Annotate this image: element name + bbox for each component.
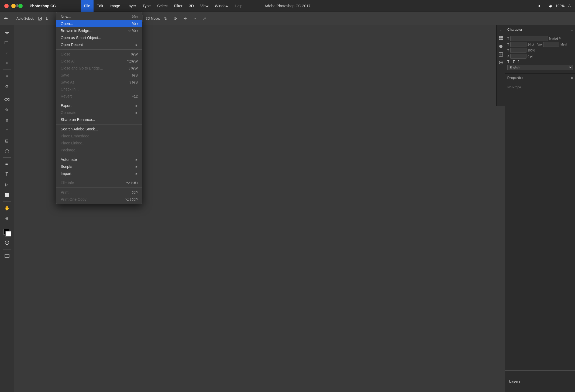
file-menu-import[interactable]: Import [56, 170, 142, 177]
file-menu-browse-label: Browse in Bridge... [61, 29, 92, 33]
file-menu-save-label: Save [61, 73, 69, 77]
separator-4 [56, 155, 142, 155]
file-menu-check-in-label: Check In... [61, 87, 79, 91]
separator-2 [56, 101, 142, 101]
file-menu-automate-label: Automate [61, 157, 77, 162]
file-menu-close-bridge-label: Close and Go to Bridge... [61, 66, 103, 70]
file-menu-file-info: File Info... ⌥⇧⌘I [56, 179, 142, 186]
file-menu-search-stock[interactable]: Search Adobe Stock... [56, 126, 142, 133]
file-menu-scripts-label: Scripts [61, 164, 72, 169]
file-menu-browse-shortcut: ⌥⌘O [128, 29, 138, 33]
file-menu-place-linked-label: Place Linked... [61, 141, 85, 145]
file-menu-save: Save ⌘S [56, 72, 142, 79]
file-menu-open-label: Open... [61, 22, 73, 26]
file-menu-save-as-label: Save As... [61, 80, 78, 84]
file-menu-place-embedded-label: Place Embedded... [61, 134, 92, 138]
file-menu-print: Print... ⌘P [56, 189, 142, 196]
file-menu-close-label: Close [61, 52, 70, 56]
file-menu-generate: Generate [56, 109, 142, 116]
file-menu-file-info-shortcut: ⌥⇧⌘I [126, 181, 138, 185]
file-menu-share-behance[interactable]: Share on Behance... [56, 116, 142, 123]
file-menu-package-label: Package... [61, 148, 78, 152]
file-menu-close-all-shortcut: ⌥⌘W [127, 59, 138, 63]
file-menu-search-stock-label: Search Adobe Stock... [61, 127, 98, 131]
automate-arrow [136, 158, 138, 161]
import-arrow [136, 172, 138, 175]
file-menu-open-recent-label: Open Recent [61, 43, 83, 47]
file-menu-print-one: Print One Copy ⌥⇧⌘P [56, 196, 142, 203]
file-menu-print-one-label: Print One Copy [61, 197, 87, 202]
separator-5 [56, 178, 142, 178]
file-menu-new[interactable]: New... ⌘N [56, 13, 142, 20]
file-menu-import-label: Import [61, 171, 71, 176]
file-menu-close-all: Close All ⌥⌘W [56, 58, 142, 65]
separator-3 [56, 124, 142, 124]
separator-6 [56, 188, 142, 188]
file-menu-new-label: New... [61, 15, 71, 19]
file-menu-close: Close ⌘W [56, 51, 142, 58]
file-menu-new-shortcut: ⌘N [132, 15, 138, 19]
file-menu-print-label: Print... [61, 190, 71, 195]
file-menu-share-behance-label: Share on Behance... [61, 117, 95, 122]
dropdown-overlay[interactable]: New... ⌘N Open... ⌘O Browse in Bridge...… [0, 0, 575, 392]
file-menu-close-bridge: Close and Go to Bridge... ⇧⌘W [56, 65, 142, 72]
file-menu-browse[interactable]: Browse in Bridge... ⌥⌘O [56, 27, 142, 34]
file-menu-export[interactable]: Export [56, 102, 142, 109]
file-menu-dropdown: New... ⌘N Open... ⌘O Browse in Bridge...… [56, 12, 142, 204]
separator-1 [56, 49, 142, 50]
file-menu-open[interactable]: Open... ⌘O [56, 20, 142, 27]
file-menu-check-in: Check In... [56, 86, 142, 93]
file-menu-save-shortcut: ⌘S [132, 73, 138, 77]
file-menu-place-embedded: Place Embedded... [56, 133, 142, 140]
scripts-arrow [136, 165, 138, 168]
file-menu-print-one-shortcut: ⌥⇧⌘P [125, 197, 138, 202]
file-menu-package: Package... [56, 147, 142, 154]
file-menu-file-info-label: File Info... [61, 181, 77, 185]
export-arrow [136, 104, 138, 107]
file-menu-revert-shortcut: F12 [132, 94, 138, 98]
file-menu-print-shortcut: ⌘P [132, 190, 138, 195]
open-recent-arrow [136, 43, 138, 47]
file-menu-save-as: Save As... ⇧⌘S [56, 79, 142, 86]
file-menu-revert: Revert F12 [56, 93, 142, 100]
file-menu-save-as-shortcut: ⇧⌘S [129, 80, 138, 84]
file-menu-open-shortcut: ⌘O [132, 22, 138, 26]
file-menu-close-bridge-shortcut: ⇧⌘W [128, 66, 138, 70]
file-menu-export-label: Export [61, 103, 71, 108]
file-menu-open-smart-label: Open as Smart Object... [61, 36, 101, 40]
file-menu-automate[interactable]: Automate [56, 156, 142, 163]
file-menu-revert-label: Revert [61, 94, 72, 98]
file-menu-open-recent[interactable]: Open Recent [56, 41, 142, 48]
file-menu-generate-label: Generate [61, 110, 76, 115]
file-menu-close-shortcut: ⌘W [131, 52, 138, 56]
file-menu-open-smart[interactable]: Open as Smart Object... [56, 34, 142, 41]
file-menu-close-all-label: Close All [61, 59, 75, 63]
generate-arrow [136, 111, 138, 115]
file-menu-scripts[interactable]: Scripts [56, 163, 142, 170]
file-menu-place-linked: Place Linked... [56, 140, 142, 147]
